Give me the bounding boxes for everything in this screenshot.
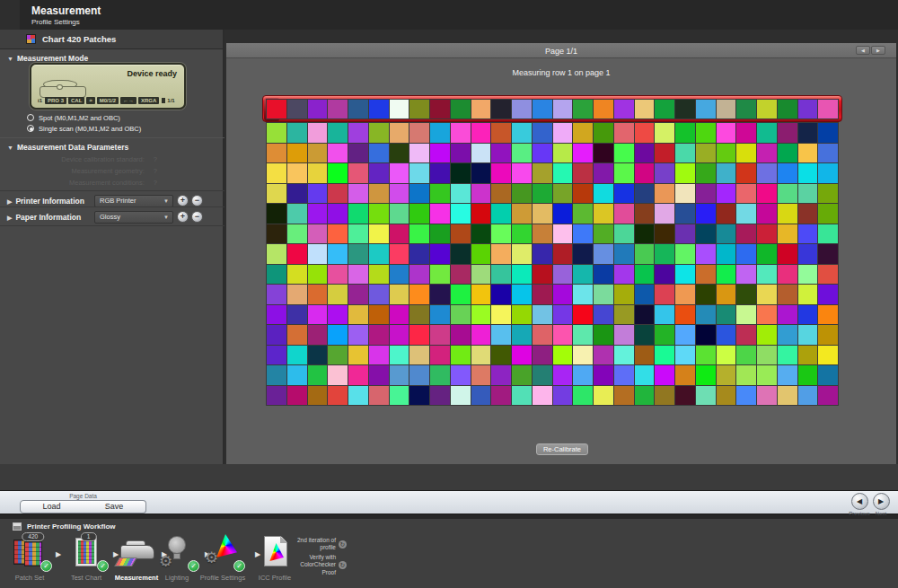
- color-patch: [369, 163, 389, 183]
- color-patch: [491, 204, 511, 224]
- color-patch: [635, 346, 655, 365]
- page-next-button[interactable]: ▶: [871, 46, 885, 55]
- color-patch: [573, 346, 593, 365]
- printer-remove-button[interactable]: −: [191, 195, 203, 206]
- next-button[interactable]: ▶: [873, 493, 890, 510]
- color-patch: [757, 100, 777, 118]
- color-patch: [512, 325, 532, 345]
- color-patch: [655, 144, 674, 163]
- previous-button[interactable]: ◀: [851, 493, 868, 510]
- color-patch: [655, 184, 674, 204]
- color-patch: [471, 163, 491, 183]
- color-patch: [451, 163, 471, 183]
- color-patch: [635, 144, 655, 163]
- color-patch: [308, 285, 328, 304]
- color-patch: [390, 346, 409, 365]
- radio-single-scan[interactable]: Single scan (M0,M1,M2 and OBC): [27, 124, 141, 133]
- save-button[interactable]: Save: [83, 500, 146, 513]
- color-patch: [287, 365, 307, 385]
- color-patch: [573, 163, 593, 183]
- color-patch: [430, 325, 450, 345]
- color-patch: [757, 265, 777, 285]
- color-patch: [614, 325, 634, 345]
- color-patch: [471, 224, 491, 244]
- radio-spot[interactable]: Spot (M0,M1,M2 and OBC): [27, 113, 120, 122]
- color-patch: [512, 224, 532, 244]
- color-patch: [717, 163, 736, 183]
- color-patch: [451, 184, 471, 204]
- color-patch: [717, 386, 736, 406]
- color-patch: [471, 265, 491, 285]
- color-patch: [287, 386, 307, 406]
- next-label: Next: [876, 511, 886, 516]
- color-patch: [512, 163, 532, 183]
- measurement-mode-header[interactable]: ▼Measurement Mode: [7, 54, 88, 63]
- color-patch: [369, 346, 389, 365]
- color-patch: [369, 305, 389, 325]
- page-prev-button[interactable]: ◀: [856, 46, 870, 55]
- color-patch: [348, 224, 368, 244]
- color-patch: [409, 100, 429, 118]
- color-patch: [308, 224, 328, 244]
- color-patch: [533, 244, 552, 264]
- color-patch: [348, 386, 368, 406]
- recalibrate-button[interactable]: Re-Calibrate: [536, 443, 588, 455]
- step-profile-settings[interactable]: ⚙ ✓ Profile Settings: [193, 534, 252, 582]
- radio-button-icon[interactable]: [27, 114, 34, 121]
- color-patch: [328, 285, 348, 304]
- load-button[interactable]: Load: [20, 500, 84, 513]
- color-patch: [635, 100, 655, 118]
- printer-select[interactable]: RGB Printer ▼: [94, 195, 173, 207]
- color-patch: [594, 224, 613, 244]
- color-patch: [594, 123, 613, 143]
- color-patch: [553, 365, 573, 385]
- color-patch: [430, 285, 450, 304]
- step-icc-profile[interactable]: ICC Profile: [250, 534, 300, 582]
- color-patch: [818, 386, 838, 406]
- paper-remove-button[interactable]: −: [191, 211, 203, 223]
- radio-button-icon[interactable]: [27, 125, 34, 132]
- printer-information-header[interactable]: ▶Printer Information: [7, 197, 84, 206]
- color-patch: [818, 346, 838, 365]
- color-patch: [533, 123, 552, 143]
- iteration-note[interactable]: 2nd iteration of profile ↻: [296, 537, 347, 551]
- color-patch: [798, 386, 818, 406]
- color-patch: [512, 144, 532, 163]
- color-patch: [594, 144, 613, 163]
- verify-note[interactable]: Verify with ColorChecker Proof ↻: [296, 554, 347, 575]
- color-patch: [655, 305, 674, 325]
- printer-add-button[interactable]: +: [177, 195, 189, 206]
- chart-section-header[interactable]: Chart 420 Patches: [0, 30, 223, 49]
- color-patch: [675, 100, 695, 118]
- gear-icon: ⚙: [159, 552, 172, 571]
- paper-add-button[interactable]: +: [177, 211, 189, 223]
- color-patch: [717, 204, 736, 224]
- color-patch: [533, 224, 552, 244]
- paper-select[interactable]: Glossy ▼: [94, 211, 173, 224]
- color-patch: [757, 325, 777, 345]
- color-patch: [390, 305, 409, 325]
- data-parameters-header[interactable]: ▼Measurement Data Parameters: [7, 143, 128, 152]
- color-patch: [675, 346, 695, 365]
- color-patch: [553, 285, 573, 304]
- color-patch: [675, 325, 695, 345]
- color-patch: [491, 244, 511, 264]
- paper-information-header[interactable]: ▶Paper Information: [7, 213, 81, 222]
- step-patch-set[interactable]: 420 ✓ Patch Set: [4, 534, 55, 582]
- iteration-note-label: 2nd iteration of profile: [296, 537, 336, 551]
- chevron-down-icon: ▼: [7, 56, 13, 62]
- color-patch: [451, 204, 471, 224]
- device-status-panel: Device ready i1 PRO 3 CAL ≈ M0/1/2 ←→ XR…: [30, 63, 186, 110]
- color-patch: [451, 346, 471, 365]
- patch-grid-row1: [266, 99, 839, 119]
- color-patch: [675, 305, 695, 325]
- color-patch: [287, 265, 307, 285]
- color-patch: [573, 244, 593, 264]
- color-patch: [818, 244, 838, 264]
- lighting-bulb-icon: [168, 536, 186, 554]
- color-patch: [471, 123, 491, 143]
- color-patch: [573, 365, 593, 385]
- color-patch: [267, 265, 286, 285]
- color-patch: [614, 224, 634, 244]
- color-patch: [533, 100, 552, 118]
